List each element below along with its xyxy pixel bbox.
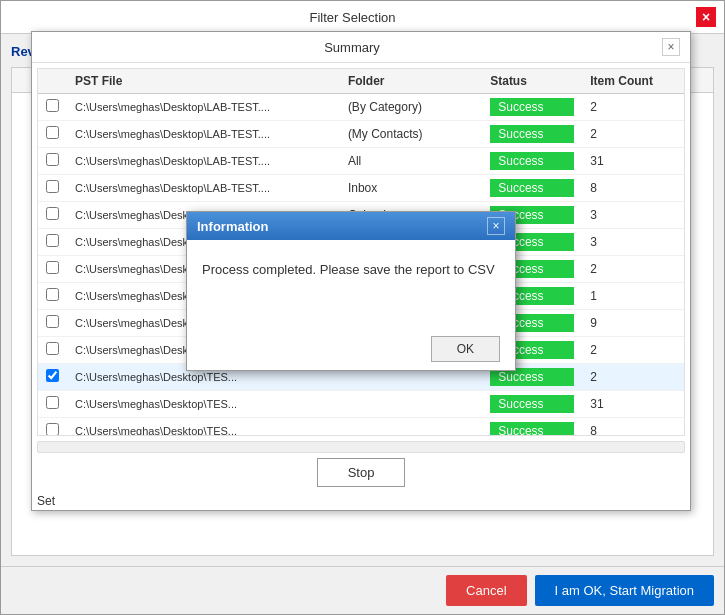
- row-checkbox[interactable]: [38, 94, 67, 121]
- row-file: C:\Users\meghas\Desktop\LAB-TEST....: [67, 94, 340, 121]
- row-count: 9: [582, 310, 684, 337]
- row-count: 2: [582, 94, 684, 121]
- row-count: 3: [582, 202, 684, 229]
- col-checkbox: [38, 69, 67, 94]
- summary-titlebar: Summary ×: [32, 32, 690, 63]
- row-count: 31: [582, 148, 684, 175]
- row-count: 8: [582, 175, 684, 202]
- row-folder: [340, 418, 482, 437]
- table-row: C:\Users\meghas\Desktop\LAB-TEST....Inbo…: [38, 175, 684, 202]
- row-checkbox[interactable]: [38, 310, 67, 337]
- row-status: Success: [482, 121, 582, 148]
- col-folder: Folder: [340, 69, 482, 94]
- row-checkbox[interactable]: [38, 364, 67, 391]
- row-checkbox[interactable]: [38, 256, 67, 283]
- row-checkbox[interactable]: [38, 202, 67, 229]
- table-row: C:\Users\meghas\Desktop\LAB-TEST....AllS…: [38, 148, 684, 175]
- main-window: Filter Selection × Review PST Folders to…: [0, 0, 725, 615]
- row-count: 2: [582, 364, 684, 391]
- table-row: C:\Users\meghas\Desktop\TES...Success8: [38, 418, 684, 437]
- row-status: Success: [482, 94, 582, 121]
- row-file: C:\Users\meghas\Desktop\LAB-TEST....: [67, 148, 340, 175]
- row-checkbox[interactable]: [38, 175, 67, 202]
- summary-close-button[interactable]: ×: [662, 38, 680, 56]
- row-file: C:\Users\meghas\Desktop\TES...: [67, 391, 340, 418]
- row-count: 2: [582, 337, 684, 364]
- summary-title: Summary: [42, 40, 662, 55]
- row-checkbox[interactable]: [38, 418, 67, 437]
- row-file: C:\Users\meghas\Desktop\TES...: [67, 418, 340, 437]
- col-item-count: Item Count: [582, 69, 684, 94]
- row-count: 2: [582, 121, 684, 148]
- row-folder: All: [340, 148, 482, 175]
- row-checkbox[interactable]: [38, 283, 67, 310]
- table-row: C:\Users\meghas\Desktop\TES...Success31: [38, 391, 684, 418]
- row-count: 3: [582, 229, 684, 256]
- info-footer: OK: [187, 328, 515, 370]
- row-file: C:\Users\meghas\Desktop\LAB-TEST....: [67, 121, 340, 148]
- row-folder: (My Contacts): [340, 121, 482, 148]
- col-status: Status: [482, 69, 582, 94]
- row-folder: [340, 391, 482, 418]
- info-close-button[interactable]: ×: [487, 217, 505, 235]
- col-pst-file: PST File: [67, 69, 340, 94]
- cancel-button[interactable]: Cancel: [446, 575, 526, 606]
- stop-button[interactable]: Stop: [317, 458, 406, 487]
- ok-button[interactable]: OK: [431, 336, 500, 362]
- info-body: Process completed. Please save the repor…: [187, 240, 515, 328]
- main-close-button[interactable]: ×: [696, 7, 716, 27]
- row-folder: Inbox: [340, 175, 482, 202]
- horizontal-scrollbar[interactable]: [37, 441, 685, 453]
- row-status: Success: [482, 148, 582, 175]
- info-dialog: Information × Process completed. Please …: [186, 211, 516, 371]
- table-row: C:\Users\meghas\Desktop\LAB-TEST....(My …: [38, 121, 684, 148]
- status-text: Set: [32, 492, 690, 510]
- row-count: 8: [582, 418, 684, 437]
- row-status: Success: [482, 175, 582, 202]
- footer-buttons: Cancel I am OK, Start Migration: [1, 566, 724, 614]
- row-checkbox[interactable]: [38, 148, 67, 175]
- row-status: Success: [482, 418, 582, 437]
- main-title: Filter Selection: [9, 10, 696, 25]
- row-checkbox[interactable]: [38, 337, 67, 364]
- stop-row: Stop: [32, 453, 690, 492]
- row-checkbox[interactable]: [38, 229, 67, 256]
- row-count: 2: [582, 256, 684, 283]
- info-title: Information: [197, 219, 269, 234]
- main-titlebar: Filter Selection ×: [1, 1, 724, 34]
- row-file: C:\Users\meghas\Desktop\LAB-TEST....: [67, 175, 340, 202]
- row-count: 1: [582, 283, 684, 310]
- info-titlebar: Information ×: [187, 212, 515, 240]
- start-migration-button[interactable]: I am OK, Start Migration: [535, 575, 714, 606]
- row-checkbox[interactable]: [38, 391, 67, 418]
- row-checkbox[interactable]: [38, 121, 67, 148]
- row-count: 31: [582, 391, 684, 418]
- info-message: Process completed. Please save the repor…: [202, 260, 495, 280]
- row-folder: (By Category): [340, 94, 482, 121]
- table-row: C:\Users\meghas\Desktop\LAB-TEST....(By …: [38, 94, 684, 121]
- row-status: Success: [482, 391, 582, 418]
